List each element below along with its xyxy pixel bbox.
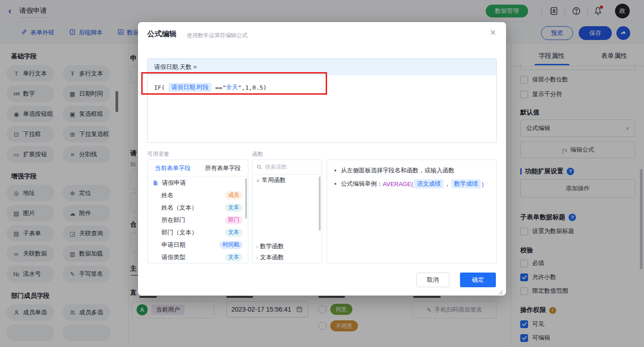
field-type-tag: 成员: [225, 191, 242, 199]
tab-current-form-fields[interactable]: 当前表单字段: [148, 164, 198, 172]
hints-panel: 从左侧面板选择字段名和函数，或输入函数 公式编辑举例：AVERAGE(语文成绩，…: [327, 159, 497, 263]
variable-field-row[interactable]: 姓名（文本） 文本: [148, 201, 248, 214]
function-search-input[interactable]: 搜索函数: [253, 160, 322, 175]
field-type-tag: 文本: [225, 228, 242, 237]
hint-line-2: 公式编辑举例：AVERAGE(语文成绩，数学成绩): [334, 179, 484, 188]
functions-scrollbar[interactable]: [319, 176, 321, 231]
page-scrollbar[interactable]: [640, 169, 643, 269]
hint-line-1: 从左侧面板选择字段名和函数，或输入函数: [334, 166, 454, 175]
field-type-tag: 文本: [225, 204, 242, 212]
form-root-node[interactable]: 请假申请: [148, 176, 248, 189]
variables-tabs: 当前表单字段 所有表单字段: [148, 160, 248, 176]
field-type-tag: 部门: [225, 216, 242, 224]
variables-label: 可用变量: [147, 150, 169, 158]
functions-label: 函数: [252, 150, 263, 158]
functions-panel: 搜索函数 ∨ 常用函数 › 数学函数 › 文本函数: [252, 159, 322, 263]
function-item[interactable]: [253, 197, 322, 208]
formula-target: 请假日期.天数 =: [148, 59, 496, 75]
function-group-common[interactable]: ∨ 常用函数: [253, 175, 322, 186]
formula-editor: 请假日期.天数 = IF( 请假日期.时段 =="全天",1,0.5): [147, 58, 497, 143]
resize-handle[interactable]: [498, 289, 503, 294]
function-list: [253, 186, 322, 241]
variables-scrollbar[interactable]: [245, 178, 247, 219]
function-item[interactable]: [253, 230, 322, 241]
close-icon[interactable]: ×: [490, 28, 496, 38]
bullet: [334, 183, 336, 185]
dialog-subtitle: 使用数学运算符编辑公式: [187, 32, 247, 40]
bullet: [334, 170, 336, 171]
formula-editor-dialog: 公式编辑 使用数学运算符编辑公式 × 请假日期.天数 = IF( 请假日期.时段…: [138, 22, 506, 296]
variable-field-row[interactable]: 姓名 成员: [148, 189, 248, 201]
function-item[interactable]: [253, 208, 322, 219]
cancel-button[interactable]: 取消: [416, 273, 449, 287]
example-field-chip: 数学成绩: [451, 179, 481, 188]
function-groups-collapsed: › 数学函数 › 文本函数: [253, 241, 322, 263]
form-doc-icon: [152, 180, 159, 186]
variable-field-row[interactable]: 所在部门 部门: [148, 214, 248, 226]
variable-field-row[interactable]: 请假类型 文本: [148, 251, 248, 263]
chevron-down-icon: ∨: [256, 178, 259, 183]
field-type-tag: 文本: [225, 253, 242, 262]
confirm-button[interactable]: 确定: [460, 273, 496, 287]
variable-field-row[interactable]: 部门（文本） 文本: [148, 226, 248, 239]
variables-panel: 当前表单字段 所有表单字段 请假申请 姓名 成员 姓名（文本） 文本 所在部门 …: [147, 159, 248, 263]
search-icon: [256, 164, 262, 170]
field-token-chip[interactable]: 请假日期.时段: [168, 83, 212, 92]
chevron-right-icon: ›: [256, 255, 258, 260]
formula-input-area[interactable]: IF( 请假日期.时段 =="全天",1,0.5): [148, 75, 496, 143]
chevron-right-icon: ›: [256, 244, 258, 249]
function-group[interactable]: › 数学函数: [253, 241, 322, 252]
function-group[interactable]: › 文本函数: [253, 252, 322, 263]
field-type-tag: 时间戳: [219, 241, 242, 249]
search-placeholder: 搜索函数: [265, 163, 287, 171]
variable-field-row[interactable]: 申请日期 时间戳: [148, 239, 248, 251]
example-field-chip: 语文成绩: [414, 179, 443, 188]
tab-all-form-fields[interactable]: 所有表单字段: [198, 164, 248, 172]
dialog-title: 公式编辑: [147, 29, 177, 39]
variable-field-list: 姓名 成员 姓名（文本） 文本 所在部门 部门 部门（文本） 文本 申请日期 时…: [148, 189, 248, 263]
function-item[interactable]: [253, 186, 322, 197]
formula-expression: IF( 请假日期.时段 =="全天",1,0.5): [154, 83, 267, 92]
function-item[interactable]: [253, 219, 322, 230]
